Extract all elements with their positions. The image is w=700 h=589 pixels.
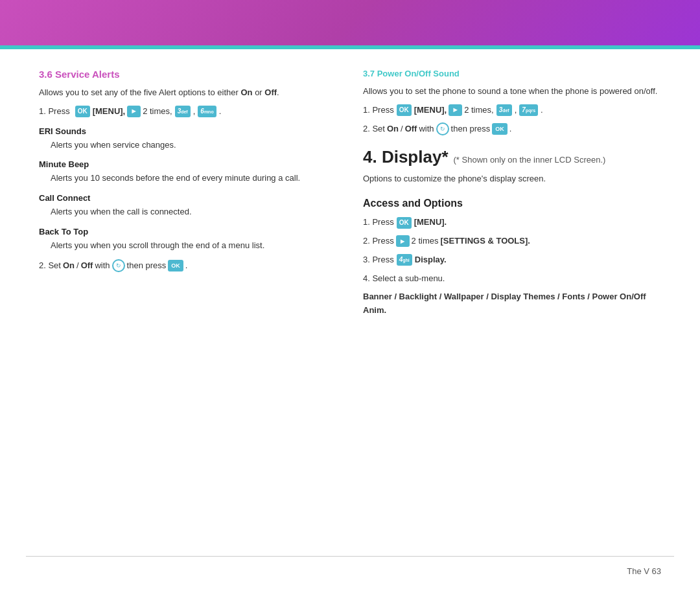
circle-nav: ↻: [112, 259, 125, 272]
sub-backtotop-title: Back To Top: [39, 227, 337, 237]
sub-callconnect-title: Call Connect: [39, 193, 337, 203]
nav-arrow-access: ►: [396, 235, 410, 247]
key-3-37: 3def: [496, 104, 512, 116]
s37-step1-line: 1. Press OK [MENU], ► 2 times, 3def , 7p…: [363, 104, 661, 117]
nav-arrow-1: ►: [127, 106, 141, 117]
header-bar: [0, 0, 700, 45]
sub-eri-text: Alerts you when service changes.: [51, 139, 337, 152]
display-title: 4. Display*: [363, 147, 449, 167]
display-intro: Options to customize the phone's display…: [363, 172, 661, 186]
access-title: Access and Options: [363, 198, 661, 209]
left-column: 3.6 Service Alerts Allows you to set any…: [39, 69, 337, 323]
sub-minute-title: Minute Beep: [39, 159, 337, 169]
step1-line: 1. Press OK [MENU], ► 2 times, 3def , 6m…: [39, 105, 337, 119]
key-4-access: 4ghi: [397, 254, 412, 266]
key-7-37: 7pqrs: [519, 104, 538, 116]
circle-nav-37: ↻: [436, 122, 449, 135]
ok-key-access: OK: [397, 217, 412, 229]
sub-callconnect-text: Alerts you when the call is connected.: [51, 205, 337, 219]
display-section: 4. Display* (* Shown only on the inner L…: [363, 147, 661, 186]
access-step4: 4. Select a sub-menu.: [363, 272, 661, 286]
submenu-list: Banner / Backlight / Wallpaper / Display…: [363, 290, 661, 318]
display-sub: (* Shown only on the inner LCD Screen.): [454, 155, 606, 165]
ok-key-37-1: OK: [397, 104, 412, 116]
section-37-intro: Allows you to set the phone to sound a t…: [363, 85, 661, 98]
s37-step2-line: 2. Set On / Off with ↻ then press OK .: [363, 122, 661, 136]
section-36-title: 3.6 Service Alerts: [39, 69, 337, 80]
sub-backtotop-text: Alerts you when you scroll through the e…: [51, 239, 337, 253]
access-step1: 1. Press OK [MENU].: [363, 216, 661, 229]
sub-minute-text: Alerts you 10 seconds before the end of …: [51, 172, 337, 185]
ok-key-2: OK: [168, 260, 183, 271]
right-column: 3.7 Power On/Off Sound Allows you to set…: [363, 69, 661, 323]
step2-line: 2. Set On / Off with ↻ then press OK .: [39, 259, 337, 273]
access-step2: 2. Press ► 2 times [SETTINGS & TOOLS].: [363, 235, 661, 248]
ok-key-1: OK: [75, 106, 90, 117]
footer-divider: [26, 556, 674, 557]
ok-key-37-2: OK: [492, 123, 508, 135]
access-step3: 3. Press 4ghi Display.: [363, 253, 661, 267]
footer-page-number: The V 63: [627, 566, 661, 576]
sub-eri-title: ERI Sounds: [39, 126, 337, 136]
section-37-title: 3.7 Power On/Off Sound: [363, 69, 661, 78]
key-3: 3def: [175, 106, 191, 117]
nav-arrow-37: ►: [449, 104, 462, 116]
section-36-intro: Allows you to set any of the five Alert …: [39, 86, 337, 100]
key-6: 6mno: [198, 106, 216, 117]
